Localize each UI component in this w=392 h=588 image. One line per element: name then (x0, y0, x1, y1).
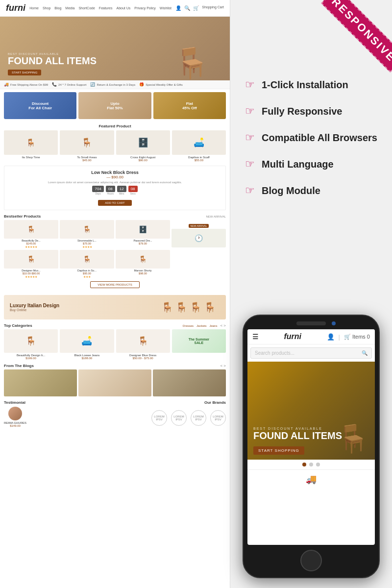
testimonial-person: REIMA GHURES $149.00 (4, 407, 26, 427)
site-nav: Home Shop Blog Media ShortCode Features … (29, 6, 172, 10)
phone-home-button (300, 550, 322, 571)
category-nav: < > (220, 323, 226, 328)
countdown-section: Low Neck Block Dress — $90.00 Lorem ipsu… (4, 166, 226, 210)
bs-img-2: 🪑 (60, 220, 114, 239)
ribbon-text: RESPONSIVE (321, 0, 392, 73)
hero-title: FOUND ALL ITEMS (8, 55, 97, 67)
phone-footer-bar: 🚚 (247, 469, 375, 489)
testimonial-header: Testimonial Our Brands (4, 400, 226, 405)
cat-img-2: 🛋️ (60, 329, 114, 353)
search-icon: 🔍 (184, 5, 190, 11)
blog-nav: < > (220, 364, 226, 368)
view-more-button[interactable]: VIEW MORE PRODUCTS (90, 281, 139, 288)
categories-title: Top Categories (4, 323, 32, 328)
banner-shipping: 🚚 Free Shipping Above On $99 (4, 82, 48, 87)
blogs-header: From The Blogs < > (4, 364, 226, 368)
right-panel: RESPONSIVE ☞ 1-Click Installation ☞ Full… (230, 0, 392, 588)
bs-stars-6: ★★★ (60, 275, 114, 278)
dot-2 (309, 463, 313, 466)
featured-grid: 🪑 Its Shop Time 🪑 To Small Areas $45.00 … (4, 130, 226, 162)
blogs-section: From The Blogs < > (0, 362, 230, 398)
featured-title: Featured Product (4, 124, 226, 128)
phone-hero: BEST DISCOUNT AVAILABLE FOUND ALL ITEMS … (247, 362, 375, 460)
feature-label-1: 1-Click Installation (262, 79, 348, 91)
blogs-title: From The Blogs (4, 364, 34, 368)
promo-discount: DiscountFor All Chair (4, 92, 76, 119)
cat-img-1: 🪑 (4, 329, 58, 353)
cat-item-1: 🪑 Beautifully Design It... $199.00 (4, 329, 58, 360)
phone-hero-button: START SHOPPING (253, 446, 304, 455)
blog-grid (4, 369, 226, 396)
site-icons: 👤 🔍 🛒 Shopping Cart (175, 5, 224, 11)
feature-label-3: Compatible All Browsers (262, 132, 377, 144)
testimonial-content: REIMA GHURES $149.00 LOREMIPSV LOREMIPSV… (4, 407, 226, 427)
phone-search[interactable]: Search products... 🔍 (250, 347, 372, 359)
bs-item-5: 🪑 Designer Mus... $10.00-$90.00 ★★★★★ (4, 250, 58, 278)
banner-strip: 🚚 Free Shipping Above On $99 📞 24 * 7 On… (0, 80, 230, 89)
phone-hero-badge: BEST DISCOUNT AVAILABLE (253, 427, 342, 430)
cat-price-1: $199.00 (4, 357, 58, 360)
site-header: furni Home Shop Blog Media ShortCode Fea… (0, 0, 230, 17)
cat-item-2: 🛋️ Black Loewe Jeans $188.00 (60, 329, 114, 360)
shipping-icon: 🚚 (4, 82, 9, 87)
luxury-title: Luxury Italian Design (10, 303, 59, 308)
testimonial-section: Testimonial Our Brands REIMA GHURES $149… (0, 398, 230, 429)
bs-stars-1: ★★★★★ (4, 245, 58, 248)
feature-responsive: ☞ Fully Responsive (245, 105, 377, 118)
summer-sale-card: The SummerSALE (172, 329, 226, 353)
avatar (8, 407, 22, 420)
add-to-cart-button[interactable]: ADD TO CART (98, 200, 131, 206)
cart-icon: 🛒 (193, 5, 199, 11)
phone-logo: furni (284, 332, 301, 341)
featured-section: Featured Product 🪑 Its Shop Time 🪑 To Sm… (0, 122, 230, 164)
hero-button: START SHOPPING (8, 70, 41, 75)
cat-price-2: $188.00 (60, 357, 114, 360)
phone-nav-icons: 👤 | 🛒 Items 0 (327, 333, 370, 341)
luxury-text: Luxury Italian Design Buy Online (10, 303, 59, 312)
new-arrival-badge: NEW ARRIVAL (189, 224, 209, 228)
bs-item-2: 🪑 Strommable L... $75.00 ★★★★ (60, 220, 114, 248)
bestseller-header: Bestseller Products NEW ARRIVAL (4, 214, 226, 219)
featured-item-4: 🛋️ Dapibus in Scaff $55.00 (172, 130, 226, 162)
countdown-desc: Lorem ipsum dolor sit amet consectetur a… (8, 181, 221, 184)
bs-item-3: 🗄️ Passored Dre... $79.00 (116, 220, 170, 248)
bestseller-title: Bestseller Products (4, 214, 41, 219)
feature-label-5: Blog Module (262, 185, 320, 196)
promo-flat: Flat45% Off (153, 92, 226, 119)
categories-section: Top Categories Dresses Jackets Jeans < >… (0, 321, 230, 362)
phone-icon: 📞 (52, 82, 57, 87)
phone-header: ☰ furni 👤 | 🛒 Items 0 (247, 329, 375, 344)
website-preview: furni Home Shop Blog Media ShortCode Fea… (0, 0, 230, 588)
feature-blog: ☞ Blog Module (245, 184, 377, 197)
promo-upto: UptoFlat 50% (78, 92, 151, 119)
truck-icon: 🚚 (306, 474, 317, 485)
phone-dots (247, 460, 375, 469)
featured-item-3: 🗄️ Cross Eight August $90.00 (116, 130, 170, 162)
blog-item-1 (4, 369, 77, 396)
phone-camera (332, 321, 336, 325)
featured-img-1: 🪑 (4, 130, 58, 155)
feature-browsers: ☞ Compatible All Browsers (245, 131, 377, 144)
category-tabs: Dresses Jackets Jeans (183, 324, 217, 327)
bs-item-7: 🪑 Maroon Shorty $98.00 (116, 250, 170, 278)
cat-item-sale: The SummerSALE (172, 329, 226, 360)
phone-search-placeholder: Search products... (255, 350, 294, 356)
categories-grid: 🪑 Beautifully Design It... $199.00 🛋️ Bl… (4, 329, 226, 360)
bs-img-4: 🕐 (172, 229, 226, 247)
cat-img-3: 🪑 (116, 329, 170, 353)
timer-days: 704 (92, 186, 103, 192)
cart-label: Shopping Cart (202, 5, 224, 11)
bs-price-7: $98.00 (116, 272, 170, 275)
featured-item-1: 🪑 Its Shop Time (4, 130, 58, 162)
luxury-banner: Luxury Italian Design Buy Online 🪑 🪑 🪑 🪑 (4, 295, 226, 319)
countdown-price: — $90.00 (8, 175, 221, 179)
hero-content: BEST DISCOUNT AVAILABLE FOUND ALL ITEMS … (8, 52, 97, 75)
featured-price-3: $90.00 (116, 159, 170, 162)
categories-header: Top Categories Dresses Jackets Jeans < > (4, 323, 226, 328)
hero-figure: 🪑 (173, 46, 210, 80)
site-logo: furni (6, 3, 25, 13)
testimonial-title: Testimonial (4, 400, 25, 405)
feature-label-4: Multi Language (262, 159, 334, 170)
cat-price-3: $50.00 - $75.00 (116, 357, 170, 360)
blog-item-3 (153, 369, 226, 396)
